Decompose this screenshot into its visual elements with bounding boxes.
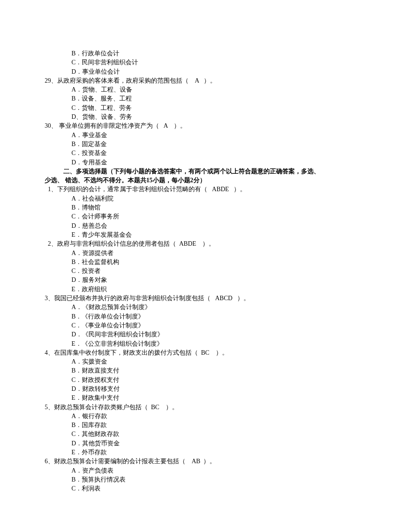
- mq6-stem: 6、财政总预算会计需要编制的会计报表主要包括（ AB ）。: [45, 457, 366, 466]
- mq1-stem: 1、下列组织的会计，通常属于非营利组织会计范畴的有（ ABDE ）。: [45, 185, 366, 194]
- prev-option-d: D．事业单位会计: [45, 67, 366, 76]
- mq4-e: E．财政集中支付: [45, 394, 366, 402]
- mq5-a: A．银行存款: [45, 412, 366, 421]
- mq5-stem: 5、财政总预算会计存款类账户包括（ BC ）。: [45, 403, 366, 412]
- mq3-b: B．《行政单位会计制度》: [45, 312, 366, 321]
- mq3-e: E．《公立非营利组织会计制度》: [45, 339, 366, 348]
- q29-d: D、货物、设备、劳务: [45, 113, 366, 121]
- mq4-b: B．财政直接支付: [45, 366, 366, 375]
- mq2-e: E．政府组织: [45, 285, 366, 294]
- q29-c: C．货物、工程、劳务: [45, 104, 366, 113]
- mq2-a: A．资源提供者: [45, 249, 366, 258]
- mq4-a: A．实拨资金: [45, 357, 366, 366]
- prev-option-c: C．民间非营利组织会计: [45, 58, 366, 67]
- q29-stem: 29、从政府采购的客体来看，政府采购的范围包括（ A ）。: [45, 76, 366, 85]
- mq5-b: B．国库存款: [45, 421, 366, 430]
- q30-stem: 30、 事业单位拥有的非限定性净资产为（ A ）。: [45, 121, 366, 130]
- mq3-a: A．《财政总预算会计制度》: [45, 303, 366, 312]
- mq5-d: D．其他货币资金: [45, 439, 366, 448]
- mq6-c: C．利润表: [45, 484, 366, 493]
- mq2-d: D．服务对象: [45, 276, 366, 285]
- section2-header-line1: 二、多项选择题（下列每小题的备选答案中，有两个或两个以上符合题意的正确答案，多选…: [45, 167, 366, 176]
- mq2-c: C．投资者: [45, 267, 366, 276]
- q30-a: A．事业基金: [45, 131, 366, 140]
- mq3-stem: 3、我国已经颁布并执行的政府与非营利组织会计制度包括（ ABCD ）。: [45, 294, 366, 303]
- mq1-b: B．博物馆: [45, 203, 366, 212]
- mq4-d: D．财政转移支付: [45, 385, 366, 394]
- mq3-d: D．《民间非营利组织会计制度》: [45, 330, 366, 339]
- mq1-d: D．慈善总会: [45, 222, 366, 230]
- mq1-e: E．青少年发展基金会: [45, 230, 366, 239]
- mq1-c: C．会计师事务所: [45, 212, 366, 221]
- mq3-c: C．《事业单位会计制度》: [45, 321, 366, 330]
- mq5-e: E．外币存款: [45, 448, 366, 457]
- mq6-b: B．预算执行情况表: [45, 475, 366, 484]
- q29-b: B．设备、服务、工程: [45, 94, 366, 103]
- mq5-c: C．其他财政存款: [45, 430, 366, 439]
- q29-a: A．货物、工程、设备: [45, 85, 366, 94]
- mq4-c: C．财政授权支付: [45, 376, 366, 385]
- q30-c: C．投资基金: [45, 149, 366, 158]
- q30-b: B．固定基金: [45, 140, 366, 149]
- prev-option-b: B．行政单位会计: [45, 49, 366, 58]
- section2-header-line2: 少选、 错选、不选均不得分。本题共15小题，每小题2分）: [45, 176, 366, 185]
- mq2-stem: 2、政府与非营利组织会计信息的使用者包括（ ABDE ）。: [45, 239, 366, 248]
- mq6-a: A．资产负债表: [45, 466, 366, 475]
- q30-d: D．专用基金: [45, 158, 366, 167]
- mq1-a: A．社会福利院: [45, 194, 366, 203]
- mq4-stem: 4、在国库集中收付制度下，财政支出的拨付方式包括（ BC ）。: [45, 348, 366, 357]
- mq2-b: B．社会监督机构: [45, 258, 366, 267]
